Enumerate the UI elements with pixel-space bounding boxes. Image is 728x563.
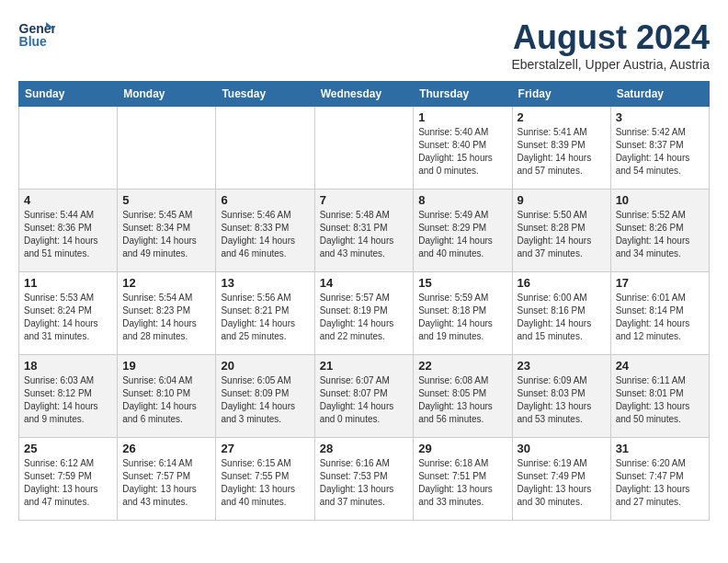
month-title: August 2024 xyxy=(511,18,710,57)
day-number: 23 xyxy=(518,359,606,373)
calendar-week-2: 4Sunrise: 5:44 AM Sunset: 8:36 PM Daylig… xyxy=(19,190,710,272)
day-number: 13 xyxy=(221,276,309,290)
day-number: 25 xyxy=(24,442,112,455)
calendar-cell: 2Sunrise: 5:41 AM Sunset: 8:39 PM Daylig… xyxy=(512,107,610,190)
calendar-cell xyxy=(314,107,414,190)
day-info: Sunrise: 5:56 AM Sunset: 8:21 PM Dayligh… xyxy=(221,292,309,343)
calendar-cell: 16Sunrise: 6:00 AM Sunset: 8:16 PM Dayli… xyxy=(512,272,610,355)
day-info: Sunrise: 6:04 AM Sunset: 8:10 PM Dayligh… xyxy=(122,374,210,426)
weekday-header-sunday: Sunday xyxy=(19,82,118,107)
day-number: 21 xyxy=(320,359,409,373)
day-info: Sunrise: 5:46 AM Sunset: 8:33 PM Dayligh… xyxy=(221,209,309,260)
day-info: Sunrise: 6:07 AM Sunset: 8:07 PM Dayligh… xyxy=(320,374,409,426)
calendar-cell: 23Sunrise: 6:09 AM Sunset: 8:03 PM Dayli… xyxy=(512,355,610,438)
day-info: Sunrise: 5:45 AM Sunset: 8:34 PM Dayligh… xyxy=(122,209,210,260)
calendar-week-1: 1Sunrise: 5:40 AM Sunset: 8:40 PM Daylig… xyxy=(19,107,710,190)
weekday-header-tuesday: Tuesday xyxy=(216,82,314,107)
calendar-cell: 9Sunrise: 5:50 AM Sunset: 8:28 PM Daylig… xyxy=(512,190,610,272)
day-info: Sunrise: 5:49 AM Sunset: 8:29 PM Dayligh… xyxy=(418,209,506,260)
calendar-cell: 3Sunrise: 5:42 AM Sunset: 8:37 PM Daylig… xyxy=(610,107,709,190)
calendar-cell: 30Sunrise: 6:19 AM Sunset: 7:49 PM Dayli… xyxy=(512,438,610,521)
day-number: 9 xyxy=(518,193,606,207)
day-number: 6 xyxy=(221,193,309,207)
calendar-cell: 29Sunrise: 6:18 AM Sunset: 7:51 PM Dayli… xyxy=(414,438,512,521)
calendar-cell: 10Sunrise: 5:52 AM Sunset: 8:26 PM Dayli… xyxy=(610,190,709,272)
day-info: Sunrise: 6:11 AM Sunset: 8:01 PM Dayligh… xyxy=(616,374,704,426)
day-info: Sunrise: 6:00 AM Sunset: 8:16 PM Dayligh… xyxy=(518,292,606,343)
day-number: 7 xyxy=(320,193,409,207)
calendar-cell: 11Sunrise: 5:53 AM Sunset: 8:24 PM Dayli… xyxy=(19,272,118,355)
day-info: Sunrise: 6:16 AM Sunset: 7:53 PM Dayligh… xyxy=(320,457,409,509)
calendar-cell xyxy=(216,107,314,190)
day-number: 22 xyxy=(418,359,506,373)
calendar-cell: 22Sunrise: 6:08 AM Sunset: 8:05 PM Dayli… xyxy=(414,355,512,438)
day-info: Sunrise: 6:18 AM Sunset: 7:51 PM Dayligh… xyxy=(418,457,506,509)
day-info: Sunrise: 5:54 AM Sunset: 8:23 PM Dayligh… xyxy=(122,292,210,343)
calendar-cell: 1Sunrise: 5:40 AM Sunset: 8:40 PM Daylig… xyxy=(414,107,512,190)
day-info: Sunrise: 6:08 AM Sunset: 8:05 PM Dayligh… xyxy=(418,374,506,426)
day-info: Sunrise: 5:59 AM Sunset: 8:18 PM Dayligh… xyxy=(418,292,506,343)
day-number: 3 xyxy=(616,110,704,124)
day-number: 20 xyxy=(221,359,309,373)
calendar-cell: 20Sunrise: 6:05 AM Sunset: 8:09 PM Dayli… xyxy=(216,355,314,438)
calendar-cell: 7Sunrise: 5:48 AM Sunset: 8:31 PM Daylig… xyxy=(314,190,414,272)
day-number: 28 xyxy=(320,442,409,455)
day-number: 29 xyxy=(418,442,506,455)
calendar-week-4: 18Sunrise: 6:03 AM Sunset: 8:12 PM Dayli… xyxy=(19,355,710,438)
logo-icon: General Blue xyxy=(18,18,55,51)
location: Eberstalzell, Upper Austria, Austria xyxy=(511,57,710,72)
logo: General Blue xyxy=(18,18,59,51)
day-info: Sunrise: 5:53 AM Sunset: 8:24 PM Dayligh… xyxy=(24,292,112,343)
day-number: 12 xyxy=(122,276,210,290)
day-info: Sunrise: 5:57 AM Sunset: 8:19 PM Dayligh… xyxy=(320,292,409,343)
calendar-cell: 5Sunrise: 5:45 AM Sunset: 8:34 PM Daylig… xyxy=(118,190,216,272)
weekday-header-wednesday: Wednesday xyxy=(314,82,414,107)
calendar-cell xyxy=(118,107,216,190)
day-number: 16 xyxy=(518,276,606,290)
weekday-header-monday: Monday xyxy=(118,82,216,107)
weekday-header-thursday: Thursday xyxy=(414,82,512,107)
day-number: 5 xyxy=(122,193,210,207)
day-number: 26 xyxy=(122,442,210,455)
calendar-cell: 8Sunrise: 5:49 AM Sunset: 8:29 PM Daylig… xyxy=(414,190,512,272)
calendar-cell: 15Sunrise: 5:59 AM Sunset: 8:18 PM Dayli… xyxy=(414,272,512,355)
day-number: 8 xyxy=(418,193,506,207)
weekday-header-saturday: Saturday xyxy=(610,82,709,107)
day-number: 18 xyxy=(24,359,112,373)
day-info: Sunrise: 6:01 AM Sunset: 8:14 PM Dayligh… xyxy=(616,292,704,343)
day-number: 30 xyxy=(518,442,606,455)
day-info: Sunrise: 6:09 AM Sunset: 8:03 PM Dayligh… xyxy=(518,374,606,426)
calendar-cell: 17Sunrise: 6:01 AM Sunset: 8:14 PM Dayli… xyxy=(610,272,709,355)
day-info: Sunrise: 5:41 AM Sunset: 8:39 PM Dayligh… xyxy=(518,126,606,178)
weekday-header-row: SundayMondayTuesdayWednesdayThursdayFrid… xyxy=(19,82,710,107)
day-number: 17 xyxy=(616,276,704,290)
day-info: Sunrise: 6:15 AM Sunset: 7:55 PM Dayligh… xyxy=(221,457,309,509)
day-number: 14 xyxy=(320,276,409,290)
day-number: 19 xyxy=(122,359,210,373)
calendar-cell: 13Sunrise: 5:56 AM Sunset: 8:21 PM Dayli… xyxy=(216,272,314,355)
calendar-cell: 26Sunrise: 6:14 AM Sunset: 7:57 PM Dayli… xyxy=(118,438,216,521)
calendar-cell: 25Sunrise: 6:12 AM Sunset: 7:59 PM Dayli… xyxy=(19,438,118,521)
calendar-week-5: 25Sunrise: 6:12 AM Sunset: 7:59 PM Dayli… xyxy=(19,438,710,521)
calendar-cell xyxy=(19,107,118,190)
day-info: Sunrise: 5:40 AM Sunset: 8:40 PM Dayligh… xyxy=(418,126,506,178)
day-info: Sunrise: 5:48 AM Sunset: 8:31 PM Dayligh… xyxy=(320,209,409,260)
day-info: Sunrise: 6:19 AM Sunset: 7:49 PM Dayligh… xyxy=(518,457,606,509)
title-block: August 2024 Eberstalzell, Upper Austria,… xyxy=(511,18,710,72)
calendar-cell: 12Sunrise: 5:54 AM Sunset: 8:23 PM Dayli… xyxy=(118,272,216,355)
calendar-week-3: 11Sunrise: 5:53 AM Sunset: 8:24 PM Dayli… xyxy=(19,272,710,355)
calendar-table: SundayMondayTuesdayWednesdayThursdayFrid… xyxy=(18,81,710,521)
calendar-cell: 21Sunrise: 6:07 AM Sunset: 8:07 PM Dayli… xyxy=(314,355,414,438)
calendar-cell: 31Sunrise: 6:20 AM Sunset: 7:47 PM Dayli… xyxy=(610,438,709,521)
day-info: Sunrise: 5:44 AM Sunset: 8:36 PM Dayligh… xyxy=(24,209,112,260)
day-number: 11 xyxy=(24,276,112,290)
day-info: Sunrise: 6:03 AM Sunset: 8:12 PM Dayligh… xyxy=(24,374,112,426)
day-info: Sunrise: 5:52 AM Sunset: 8:26 PM Dayligh… xyxy=(616,209,704,260)
svg-text:Blue: Blue xyxy=(19,34,48,49)
day-number: 2 xyxy=(518,110,606,124)
calendar-cell: 19Sunrise: 6:04 AM Sunset: 8:10 PM Dayli… xyxy=(118,355,216,438)
day-info: Sunrise: 5:50 AM Sunset: 8:28 PM Dayligh… xyxy=(518,209,606,260)
calendar-cell: 18Sunrise: 6:03 AM Sunset: 8:12 PM Dayli… xyxy=(19,355,118,438)
calendar-cell: 27Sunrise: 6:15 AM Sunset: 7:55 PM Dayli… xyxy=(216,438,314,521)
day-info: Sunrise: 6:12 AM Sunset: 7:59 PM Dayligh… xyxy=(24,457,112,509)
